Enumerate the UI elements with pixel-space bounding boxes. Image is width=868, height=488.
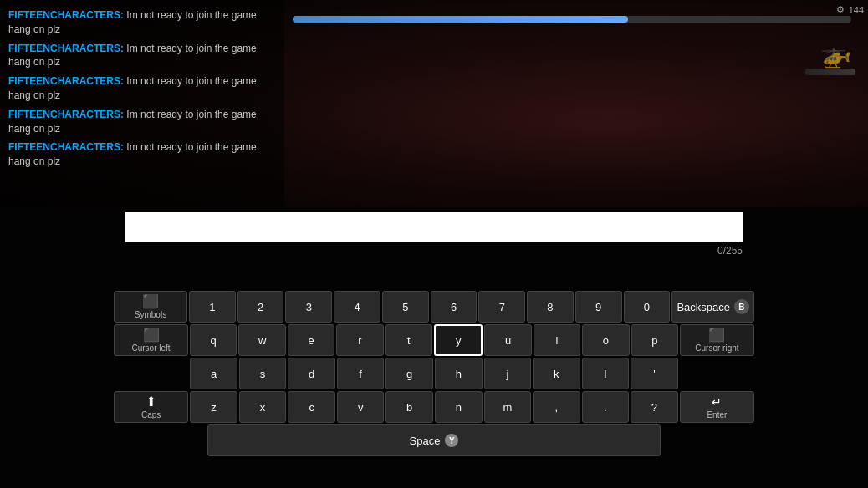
chat-message-2: FIFTEENCHARACTERS: Im not ready to join … — [8, 42, 276, 70]
keyboard-row-asdf: a s d f g h j k l ' — [114, 358, 754, 389]
key-period[interactable]: . — [582, 391, 630, 423]
symbols-icon: ⬛ — [142, 295, 159, 308]
chat-message-4: FIFTEENCHARACTERS: Im not ready to join … — [8, 108, 276, 136]
key-h[interactable]: h — [435, 358, 483, 389]
chat-overlay: FIFTEENCHARACTERS: Im not ready to join … — [0, 0, 284, 207]
text-input-container: 0/255 — [125, 212, 743, 257]
key-u[interactable]: u — [484, 324, 531, 356]
progress-bar-bg — [293, 16, 851, 23]
key-z[interactable]: z — [190, 391, 237, 423]
cursor-right-icon: ⬛ — [708, 328, 725, 342]
hud-stat: 144 — [849, 5, 864, 15]
key-i[interactable]: i — [534, 324, 580, 356]
key-v[interactable]: v — [337, 391, 385, 423]
chat-username-4: FIFTEENCHARACTERS: — [8, 109, 124, 120]
keyboard-row-space: Space Y — [114, 424, 754, 456]
key-q[interactable]: q — [190, 324, 237, 356]
key-w[interactable]: w — [238, 324, 285, 356]
caps-icon: ⬆ — [146, 395, 156, 409]
backspace-label: Backspace — [677, 301, 730, 313]
backspace-key[interactable]: Backspace B — [671, 291, 754, 323]
hud-top — [284, 7, 868, 32]
cursor-right-key[interactable]: ⬛ Cursor right — [680, 324, 754, 356]
key-5[interactable]: 5 — [382, 291, 429, 323]
cursor-left-label: Cursor left — [131, 343, 170, 353]
chat-message-3: FIFTEENCHARACTERS: Im not ready to join … — [8, 74, 276, 103]
key-c[interactable]: c — [288, 391, 335, 423]
key-l[interactable]: l — [582, 358, 630, 389]
space-label: Space — [410, 435, 441, 447]
cursor-right-label: Cursor right — [695, 343, 738, 353]
key-f[interactable]: f — [337, 358, 385, 389]
key-p[interactable]: p — [631, 324, 678, 356]
key-2[interactable]: 2 — [237, 291, 284, 323]
key-a[interactable]: a — [190, 358, 237, 389]
key-j[interactable]: j — [484, 358, 532, 389]
enter-icon: ↵ — [712, 395, 722, 409]
key-o[interactable]: o — [582, 324, 629, 356]
keyboard-row-qwerty: ⬛ Cursor left q w e r t y u i o p ⬛ Curs… — [114, 324, 754, 356]
chat-message-1: FIFTEENCHARACTERS: Im not ready to join … — [8, 8, 276, 37]
b-badge-backspace: B — [734, 299, 749, 314]
key-6[interactable]: 6 — [431, 291, 477, 323]
y-badge-space: Y — [445, 434, 458, 447]
key-k[interactable]: k — [533, 358, 580, 389]
caps-label: Caps — [141, 410, 161, 419]
key-m[interactable]: m — [484, 391, 532, 423]
enter-key[interactable]: ↵ Enter — [680, 391, 754, 423]
key-question[interactable]: ? — [631, 391, 678, 423]
key-7[interactable]: 7 — [478, 291, 525, 323]
key-y[interactable]: y — [434, 324, 483, 356]
virtual-keyboard: ⬛ Symbols 1 2 3 4 5 6 7 8 9 0 Backspace … — [114, 291, 754, 458]
key-3[interactable]: 3 — [285, 291, 332, 323]
chat-text-input[interactable] — [125, 212, 743, 242]
chat-username-5: FIFTEENCHARACTERS: — [8, 141, 124, 153]
chat-message-5: FIFTEENCHARACTERS: Im not ready to join … — [8, 140, 276, 169]
key-r[interactable]: r — [336, 324, 383, 356]
caps-key[interactable]: ⬆ Caps — [114, 391, 188, 423]
key-d[interactable]: d — [288, 358, 335, 389]
space-key[interactable]: Space Y — [207, 424, 661, 456]
char-count: 0/255 — [125, 245, 743, 257]
symbols-label: Symbols — [135, 310, 166, 319]
chat-username-1: FIFTEENCHARACTERS: — [8, 9, 124, 21]
enter-label: Enter — [707, 410, 727, 419]
chat-username-3: FIFTEENCHARACTERS: — [8, 75, 124, 87]
key-n[interactable]: n — [435, 391, 483, 423]
progress-bar-fill — [293, 16, 628, 23]
chat-username-2: FIFTEENCHARACTERS: — [8, 43, 124, 54]
key-1[interactable]: 1 — [189, 291, 236, 323]
keyboard-row-numbers: ⬛ Symbols 1 2 3 4 5 6 7 8 9 0 Backspace … — [114, 291, 754, 323]
hud-top-right: ⚙ 144 — [836, 4, 864, 15]
cursor-left-icon: ⬛ — [143, 328, 160, 342]
keyboard-row-zxcv: ⬆ Caps z x c v b n m , . ? ↵ Enter — [114, 391, 754, 423]
key-8[interactable]: 8 — [527, 291, 574, 323]
key-0[interactable]: 0 — [624, 291, 671, 323]
cursor-left-key[interactable]: ⬛ Cursor left — [114, 324, 188, 356]
key-9[interactable]: 9 — [575, 291, 622, 323]
key-s[interactable]: s — [239, 358, 287, 389]
key-4[interactable]: 4 — [334, 291, 380, 323]
key-x[interactable]: x — [239, 391, 287, 423]
key-b[interactable]: b — [385, 391, 433, 423]
symbols-key[interactable]: ⬛ Symbols — [114, 291, 187, 323]
vehicle-hud: 🚁 — [820, 42, 851, 67]
key-e[interactable]: e — [288, 324, 334, 356]
key-apostrophe[interactable]: ' — [631, 358, 678, 389]
key-comma[interactable]: , — [533, 391, 580, 423]
key-g[interactable]: g — [385, 358, 433, 389]
hud-icon: ⚙ — [836, 4, 845, 15]
key-t[interactable]: t — [385, 324, 432, 356]
